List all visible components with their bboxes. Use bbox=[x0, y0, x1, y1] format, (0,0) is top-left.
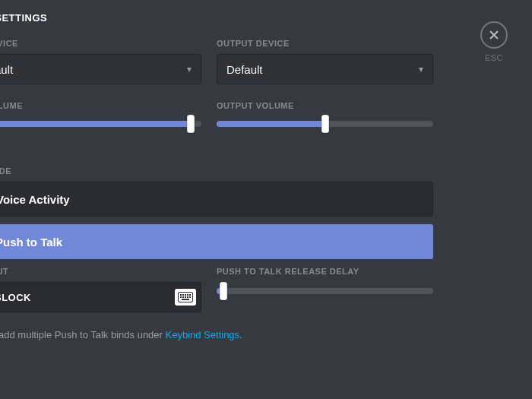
close-button[interactable] bbox=[480, 21, 508, 49]
output-volume-slider[interactable] bbox=[217, 116, 433, 131]
svg-rect-10 bbox=[189, 296, 191, 298]
chevron-down-icon: ▾ bbox=[187, 64, 192, 74]
output-volume-label: OUTPUT VOLUME bbox=[217, 101, 433, 110]
svg-rect-7 bbox=[182, 296, 184, 298]
keyboard-icon bbox=[175, 289, 196, 306]
input-volume-thumb[interactable] bbox=[187, 115, 195, 133]
ptt-delay-thumb[interactable] bbox=[220, 282, 227, 300]
svg-rect-3 bbox=[185, 294, 186, 296]
close-icon bbox=[489, 30, 499, 40]
output-volume-thumb[interactable] bbox=[321, 115, 329, 133]
output-device-label: OUTPUT DEVICE bbox=[217, 39, 433, 48]
svg-rect-8 bbox=[185, 296, 186, 298]
input-device-value: ault bbox=[0, 63, 13, 76]
input-device-select[interactable]: ault ▾ bbox=[0, 54, 201, 84]
svg-rect-4 bbox=[187, 294, 188, 296]
shortcut-value: SLOCK bbox=[0, 292, 31, 303]
shortcut-input[interactable]: SLOCK bbox=[0, 282, 201, 312]
input-volume-fill bbox=[0, 121, 191, 127]
keybind-settings-link[interactable]: Keybind Settings bbox=[166, 329, 240, 340]
svg-rect-11 bbox=[182, 299, 189, 300]
input-mode-push-to-talk-label: Push to Talk bbox=[0, 236, 62, 249]
shortcut-label: TCUT bbox=[0, 267, 201, 276]
output-device-value: Default bbox=[226, 63, 263, 76]
input-mode-label: MODE bbox=[0, 166, 433, 176]
chevron-down-icon: ▾ bbox=[419, 64, 423, 74]
svg-rect-5 bbox=[189, 294, 191, 296]
svg-rect-2 bbox=[182, 294, 184, 296]
output-device-select[interactable]: Default ▾ bbox=[217, 54, 433, 84]
svg-rect-1 bbox=[180, 294, 182, 296]
input-mode-push-to-talk[interactable]: Push to Talk bbox=[0, 224, 433, 259]
input-device-label: DEVICE bbox=[0, 39, 201, 48]
svg-rect-6 bbox=[180, 296, 182, 298]
ptt-delay-slider[interactable] bbox=[217, 283, 433, 299]
page-title: E SETTINGS bbox=[0, 12, 433, 24]
ptt-delay-label: PUSH TO TALK RELEASE DELAY bbox=[217, 267, 433, 276]
input-volume-label: VOLUME bbox=[0, 101, 201, 110]
esc-label: ESC bbox=[479, 53, 509, 62]
keybind-hint: an add multiple Push to Talk binds under… bbox=[0, 329, 433, 340]
input-volume-slider[interactable] bbox=[0, 116, 201, 131]
input-mode-voice-activity[interactable]: Voice Activity bbox=[0, 182, 433, 217]
input-mode-voice-activity-label: Voice Activity bbox=[0, 193, 70, 206]
output-volume-fill bbox=[217, 121, 325, 127]
svg-rect-9 bbox=[187, 296, 188, 298]
